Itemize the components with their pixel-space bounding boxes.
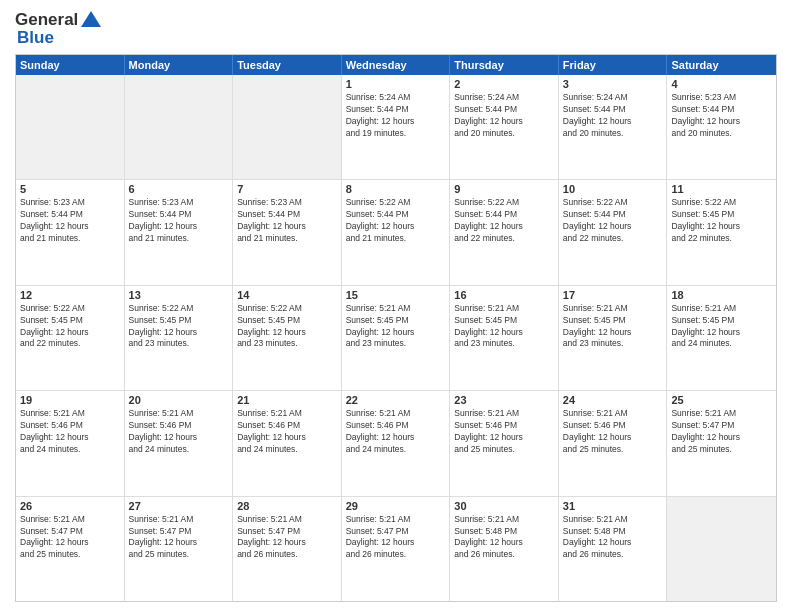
header-sunday: Sunday — [16, 55, 125, 75]
day-number: 9 — [454, 183, 554, 195]
table-row: 31Sunrise: 5:21 AMSunset: 5:48 PMDayligh… — [559, 497, 668, 601]
table-row — [16, 75, 125, 179]
day-info: Sunrise: 5:21 AMSunset: 5:45 PMDaylight:… — [671, 303, 772, 351]
day-info: Sunrise: 5:21 AMSunset: 5:46 PMDaylight:… — [346, 408, 446, 456]
header-wednesday: Wednesday — [342, 55, 451, 75]
calendar-body: 1Sunrise: 5:24 AMSunset: 5:44 PMDaylight… — [16, 75, 776, 601]
day-number: 2 — [454, 78, 554, 90]
day-number: 14 — [237, 289, 337, 301]
day-number: 19 — [20, 394, 120, 406]
table-row: 8Sunrise: 5:22 AMSunset: 5:44 PMDaylight… — [342, 180, 451, 284]
day-number: 4 — [671, 78, 772, 90]
table-row: 16Sunrise: 5:21 AMSunset: 5:45 PMDayligh… — [450, 286, 559, 390]
day-info: Sunrise: 5:23 AMSunset: 5:44 PMDaylight:… — [129, 197, 229, 245]
table-row — [125, 75, 234, 179]
day-info: Sunrise: 5:21 AMSunset: 5:47 PMDaylight:… — [346, 514, 446, 562]
calendar-week-5: 26Sunrise: 5:21 AMSunset: 5:47 PMDayligh… — [16, 496, 776, 601]
day-number: 25 — [671, 394, 772, 406]
day-info: Sunrise: 5:22 AMSunset: 5:44 PMDaylight:… — [346, 197, 446, 245]
svg-marker-0 — [81, 11, 101, 27]
day-info: Sunrise: 5:21 AMSunset: 5:45 PMDaylight:… — [454, 303, 554, 351]
day-info: Sunrise: 5:21 AMSunset: 5:47 PMDaylight:… — [671, 408, 772, 456]
table-row: 12Sunrise: 5:22 AMSunset: 5:45 PMDayligh… — [16, 286, 125, 390]
header-friday: Friday — [559, 55, 668, 75]
logo-area: General Blue — [15, 10, 102, 48]
day-info: Sunrise: 5:21 AMSunset: 5:45 PMDaylight:… — [346, 303, 446, 351]
header-saturday: Saturday — [667, 55, 776, 75]
header-tuesday: Tuesday — [233, 55, 342, 75]
day-number: 7 — [237, 183, 337, 195]
calendar: Sunday Monday Tuesday Wednesday Thursday… — [15, 54, 777, 602]
header-thursday: Thursday — [450, 55, 559, 75]
page: General Blue Sunday Monday Tuesday Wedne… — [0, 0, 792, 612]
table-row: 9Sunrise: 5:22 AMSunset: 5:44 PMDaylight… — [450, 180, 559, 284]
day-number: 8 — [346, 183, 446, 195]
table-row: 28Sunrise: 5:21 AMSunset: 5:47 PMDayligh… — [233, 497, 342, 601]
table-row — [233, 75, 342, 179]
day-number: 17 — [563, 289, 663, 301]
table-row: 21Sunrise: 5:21 AMSunset: 5:46 PMDayligh… — [233, 391, 342, 495]
day-info: Sunrise: 5:24 AMSunset: 5:44 PMDaylight:… — [346, 92, 446, 140]
table-row: 11Sunrise: 5:22 AMSunset: 5:45 PMDayligh… — [667, 180, 776, 284]
table-row: 1Sunrise: 5:24 AMSunset: 5:44 PMDaylight… — [342, 75, 451, 179]
table-row: 2Sunrise: 5:24 AMSunset: 5:44 PMDaylight… — [450, 75, 559, 179]
table-row: 26Sunrise: 5:21 AMSunset: 5:47 PMDayligh… — [16, 497, 125, 601]
table-row: 7Sunrise: 5:23 AMSunset: 5:44 PMDaylight… — [233, 180, 342, 284]
header: General Blue — [15, 10, 777, 48]
table-row: 20Sunrise: 5:21 AMSunset: 5:46 PMDayligh… — [125, 391, 234, 495]
day-info: Sunrise: 5:21 AMSunset: 5:46 PMDaylight:… — [454, 408, 554, 456]
day-info: Sunrise: 5:22 AMSunset: 5:45 PMDaylight:… — [237, 303, 337, 351]
day-info: Sunrise: 5:21 AMSunset: 5:47 PMDaylight:… — [20, 514, 120, 562]
table-row: 15Sunrise: 5:21 AMSunset: 5:45 PMDayligh… — [342, 286, 451, 390]
calendar-week-4: 19Sunrise: 5:21 AMSunset: 5:46 PMDayligh… — [16, 390, 776, 495]
table-row: 3Sunrise: 5:24 AMSunset: 5:44 PMDaylight… — [559, 75, 668, 179]
day-info: Sunrise: 5:21 AMSunset: 5:48 PMDaylight:… — [563, 514, 663, 562]
day-info: Sunrise: 5:22 AMSunset: 5:45 PMDaylight:… — [129, 303, 229, 351]
day-number: 21 — [237, 394, 337, 406]
day-number: 23 — [454, 394, 554, 406]
day-info: Sunrise: 5:21 AMSunset: 5:47 PMDaylight:… — [237, 514, 337, 562]
day-info: Sunrise: 5:21 AMSunset: 5:47 PMDaylight:… — [129, 514, 229, 562]
day-number: 10 — [563, 183, 663, 195]
table-row: 19Sunrise: 5:21 AMSunset: 5:46 PMDayligh… — [16, 391, 125, 495]
calendar-week-3: 12Sunrise: 5:22 AMSunset: 5:45 PMDayligh… — [16, 285, 776, 390]
day-number: 18 — [671, 289, 772, 301]
calendar-week-2: 5Sunrise: 5:23 AMSunset: 5:44 PMDaylight… — [16, 179, 776, 284]
day-number: 30 — [454, 500, 554, 512]
day-info: Sunrise: 5:21 AMSunset: 5:45 PMDaylight:… — [563, 303, 663, 351]
table-row: 4Sunrise: 5:23 AMSunset: 5:44 PMDaylight… — [667, 75, 776, 179]
day-info: Sunrise: 5:23 AMSunset: 5:44 PMDaylight:… — [20, 197, 120, 245]
day-number: 3 — [563, 78, 663, 90]
day-number: 24 — [563, 394, 663, 406]
table-row: 23Sunrise: 5:21 AMSunset: 5:46 PMDayligh… — [450, 391, 559, 495]
day-number: 20 — [129, 394, 229, 406]
day-number: 31 — [563, 500, 663, 512]
day-info: Sunrise: 5:23 AMSunset: 5:44 PMDaylight:… — [237, 197, 337, 245]
day-number: 12 — [20, 289, 120, 301]
table-row: 14Sunrise: 5:22 AMSunset: 5:45 PMDayligh… — [233, 286, 342, 390]
table-row: 10Sunrise: 5:22 AMSunset: 5:44 PMDayligh… — [559, 180, 668, 284]
table-row: 17Sunrise: 5:21 AMSunset: 5:45 PMDayligh… — [559, 286, 668, 390]
day-info: Sunrise: 5:21 AMSunset: 5:46 PMDaylight:… — [129, 408, 229, 456]
day-info: Sunrise: 5:22 AMSunset: 5:44 PMDaylight:… — [563, 197, 663, 245]
table-row: 30Sunrise: 5:21 AMSunset: 5:48 PMDayligh… — [450, 497, 559, 601]
day-info: Sunrise: 5:22 AMSunset: 5:44 PMDaylight:… — [454, 197, 554, 245]
table-row: 13Sunrise: 5:22 AMSunset: 5:45 PMDayligh… — [125, 286, 234, 390]
day-number: 11 — [671, 183, 772, 195]
day-number: 1 — [346, 78, 446, 90]
day-number: 6 — [129, 183, 229, 195]
table-row — [667, 497, 776, 601]
day-info: Sunrise: 5:22 AMSunset: 5:45 PMDaylight:… — [20, 303, 120, 351]
day-number: 26 — [20, 500, 120, 512]
day-number: 13 — [129, 289, 229, 301]
table-row: 5Sunrise: 5:23 AMSunset: 5:44 PMDaylight… — [16, 180, 125, 284]
table-row: 24Sunrise: 5:21 AMSunset: 5:46 PMDayligh… — [559, 391, 668, 495]
table-row: 6Sunrise: 5:23 AMSunset: 5:44 PMDaylight… — [125, 180, 234, 284]
calendar-header: Sunday Monday Tuesday Wednesday Thursday… — [16, 55, 776, 75]
day-number: 27 — [129, 500, 229, 512]
day-number: 5 — [20, 183, 120, 195]
day-info: Sunrise: 5:21 AMSunset: 5:46 PMDaylight:… — [563, 408, 663, 456]
day-info: Sunrise: 5:23 AMSunset: 5:44 PMDaylight:… — [671, 92, 772, 140]
table-row: 18Sunrise: 5:21 AMSunset: 5:45 PMDayligh… — [667, 286, 776, 390]
calendar-week-1: 1Sunrise: 5:24 AMSunset: 5:44 PMDaylight… — [16, 75, 776, 179]
